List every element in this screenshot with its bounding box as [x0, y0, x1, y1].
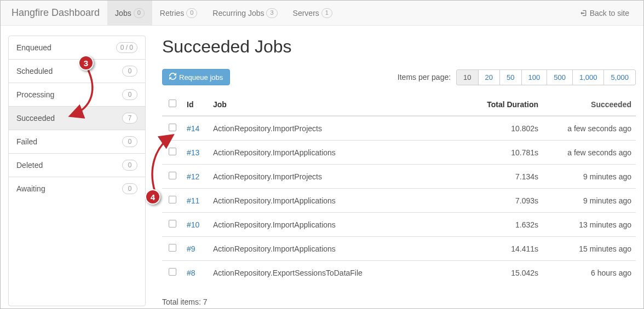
- table-row: #13ActionRepository.ImportApplications10…: [162, 141, 636, 165]
- nav-count-badge: 3: [266, 8, 277, 18]
- nav-count-badge: 0: [134, 8, 145, 18]
- sidebar-item-enqueued[interactable]: Enqueued0 / 0: [9, 36, 145, 60]
- job-name-cell: ActionRepository.ImportApplications: [209, 189, 466, 213]
- row-checkbox[interactable]: [169, 172, 176, 179]
- succeeded-cell: 9 minutes ago: [543, 189, 636, 213]
- job-id-link[interactable]: #13: [187, 148, 199, 157]
- succeeded-cell: 15 minutes ago: [543, 237, 636, 261]
- job-name-cell: ActionRepository.ImportApplications: [209, 141, 466, 165]
- jobs-table: Id Job Total Duration Succeeded #14Actio…: [162, 93, 636, 284]
- sidebar-count-badge: 0: [122, 160, 137, 171]
- table-row: #14ActionRepository.ImportProjects10.802…: [162, 116, 636, 141]
- succeeded-cell: 6 hours ago: [543, 261, 636, 285]
- job-id-link[interactable]: #12: [187, 172, 199, 181]
- sidebar-count-badge: 0: [122, 89, 137, 100]
- sidebar-count-badge: 0: [122, 136, 137, 147]
- nav-count-badge: 1: [321, 8, 332, 18]
- page-size-group: 1020501005001,0005,000: [456, 69, 636, 85]
- table-row: #10ActionRepository.ImportApplications1.…: [162, 213, 636, 237]
- col-job: Job: [209, 93, 466, 116]
- annotation-badge-4: 4: [145, 189, 160, 205]
- annotation-badge-3: 3: [78, 55, 94, 71]
- duration-cell: 7.134s: [466, 165, 543, 189]
- back-to-site-link[interactable]: Back to site: [572, 9, 637, 18]
- requeue-button[interactable]: Requeue jobs: [162, 69, 230, 85]
- sidebar-item-deleted[interactable]: Deleted0: [9, 154, 145, 177]
- sidebar-item-label: Enqueued: [16, 43, 51, 52]
- nav-item-retries[interactable]: Retries 0: [152, 1, 205, 25]
- job-name-cell: ActionRepository.ExportSessionsToDataFil…: [209, 261, 466, 285]
- job-id-link[interactable]: #9: [187, 244, 196, 253]
- job-id-link[interactable]: #11: [187, 196, 199, 205]
- sidebar-item-label: Failed: [16, 137, 37, 146]
- sidebar-item-succeeded[interactable]: Succeeded7: [9, 107, 145, 130]
- job-name-cell: ActionRepository.ImportApplications: [209, 237, 466, 261]
- job-id-link[interactable]: #8: [187, 269, 196, 277]
- succeeded-cell: 13 minutes ago: [543, 213, 636, 237]
- main-content: Succeeded Jobs Requeue jobs Items per pa…: [146, 36, 636, 306]
- page-size-1000[interactable]: 1,000: [572, 69, 605, 85]
- page-size-20[interactable]: 20: [478, 69, 500, 85]
- sidebar-item-processing[interactable]: Processing0: [9, 83, 145, 107]
- page-size-5000[interactable]: 5,000: [603, 69, 636, 85]
- sidebar-item-label: Scheduled: [16, 67, 53, 75]
- job-name-cell: ActionRepository.ImportApplications: [209, 213, 466, 237]
- nav-label: Retries: [160, 9, 184, 18]
- page-size-10[interactable]: 10: [456, 69, 478, 85]
- sidebar-item-label: Deleted: [16, 161, 43, 170]
- nav-label: Recurring Jobs: [212, 9, 264, 18]
- duration-cell: 10.781s: [466, 141, 543, 165]
- page-title: Succeeded Jobs: [162, 37, 636, 57]
- job-id-link[interactable]: #10: [187, 220, 199, 229]
- sidebar-item-scheduled[interactable]: Scheduled0: [9, 60, 145, 83]
- job-name-cell: ActionRepository.ImportProjects: [209, 116, 466, 141]
- navbar: Hangfire Dashboard Jobs 0Retries 0Recurr…: [1, 1, 643, 26]
- duration-cell: 7.093s: [466, 189, 543, 213]
- col-id: Id: [182, 93, 209, 116]
- row-checkbox[interactable]: [169, 196, 176, 203]
- sidebar-item-awaiting[interactable]: Awaiting0: [9, 177, 145, 200]
- row-checkbox[interactable]: [169, 148, 176, 155]
- sidebar-item-failed[interactable]: Failed0: [9, 130, 145, 154]
- nav-label: Jobs: [115, 9, 131, 18]
- total-items-label: Total items: 7: [162, 298, 636, 306]
- table-row: #11ActionRepository.ImportApplications7.…: [162, 189, 636, 213]
- duration-cell: 1.632s: [466, 213, 543, 237]
- col-succeeded: Succeeded: [543, 93, 636, 116]
- requeue-label: Requeue jobs: [179, 73, 223, 81]
- table-row: #12ActionRepository.ImportProjects7.134s…: [162, 165, 636, 189]
- succeeded-cell: 9 minutes ago: [543, 165, 636, 189]
- duration-cell: 15.042s: [466, 261, 543, 285]
- sidebar-count-badge: 0 / 0: [116, 42, 137, 53]
- row-checkbox[interactable]: [169, 220, 176, 228]
- row-checkbox[interactable]: [169, 124, 176, 131]
- nav-item-recurring-jobs[interactable]: Recurring Jobs 3: [205, 1, 285, 25]
- duration-cell: 10.802s: [466, 116, 543, 141]
- sidebar: Enqueued0 / 0Scheduled0Processing0Succee…: [8, 36, 146, 306]
- back-to-site-label: Back to site: [590, 9, 629, 18]
- signout-icon: [580, 9, 588, 17]
- row-checkbox[interactable]: [169, 268, 176, 276]
- job-id-link[interactable]: #14: [187, 124, 199, 133]
- page-size-500[interactable]: 500: [547, 69, 573, 85]
- sidebar-item-label: Awaiting: [16, 184, 45, 193]
- brand-link[interactable]: Hangfire Dashboard: [7, 1, 107, 25]
- per-page-label: Items per page:: [398, 73, 451, 81]
- select-all-checkbox[interactable]: [169, 100, 176, 107]
- page-size-50[interactable]: 50: [499, 69, 521, 85]
- col-duration: Total Duration: [466, 93, 543, 116]
- sidebar-count-badge: 0: [122, 183, 137, 194]
- sidebar-count-badge: 0: [122, 66, 137, 77]
- nav-item-jobs[interactable]: Jobs 0: [107, 1, 152, 25]
- page-size-100[interactable]: 100: [521, 69, 548, 85]
- toolbar: Requeue jobs Items per page: 10205010050…: [162, 69, 636, 85]
- sidebar-item-label: Succeeded: [16, 114, 55, 123]
- succeeded-cell: a few seconds ago: [543, 141, 636, 165]
- table-row: #9ActionRepository.ImportApplications14.…: [162, 237, 636, 261]
- duration-cell: 14.411s: [466, 237, 543, 261]
- nav-count-badge: 0: [186, 8, 197, 18]
- nav-item-servers[interactable]: Servers 1: [285, 1, 340, 25]
- job-name-cell: ActionRepository.ImportProjects: [209, 165, 466, 189]
- sidebar-item-label: Processing: [16, 90, 54, 99]
- row-checkbox[interactable]: [169, 244, 176, 252]
